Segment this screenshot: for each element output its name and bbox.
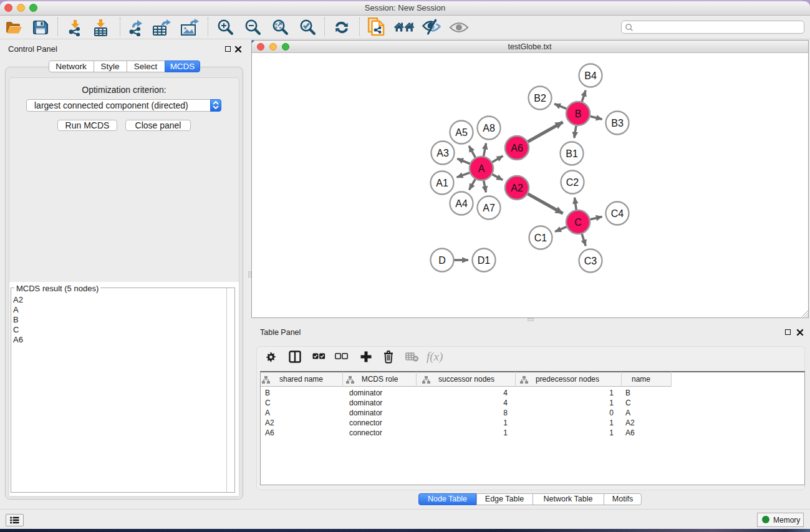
svg-text:C1: C1: [534, 233, 547, 243]
svg-text:A4: A4: [455, 198, 468, 209]
svg-text:C2: C2: [566, 177, 579, 188]
svg-text:B4: B4: [584, 70, 597, 81]
svg-text:B1: B1: [566, 148, 578, 159]
svg-text:A8: A8: [483, 123, 495, 133]
svg-text:B3: B3: [611, 118, 624, 128]
svg-text:A5: A5: [455, 127, 468, 138]
svg-text:A3: A3: [436, 148, 449, 158]
svg-text:D: D: [438, 255, 446, 266]
svg-text:B: B: [575, 109, 582, 119]
svg-text:A6: A6: [511, 143, 523, 153]
svg-text:C4: C4: [611, 208, 624, 219]
svg-text:A7: A7: [483, 203, 495, 213]
svg-text:A2: A2: [511, 183, 523, 193]
svg-text:A: A: [478, 163, 485, 174]
svg-text:B2: B2: [534, 93, 546, 104]
svg-text:C3: C3: [584, 256, 597, 266]
svg-text:C: C: [574, 217, 582, 228]
svg-text:A1: A1: [436, 178, 448, 188]
svg-text:D1: D1: [478, 255, 491, 266]
